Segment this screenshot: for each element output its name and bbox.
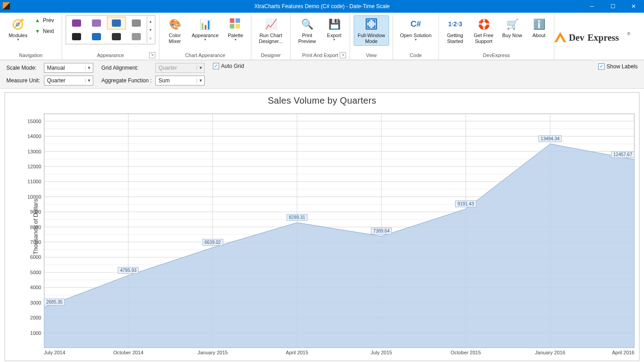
y-tick: 12000 — [27, 164, 41, 169]
export-button[interactable]: 💾 Export ▾ — [322, 15, 346, 43]
gallery-item[interactable] — [87, 17, 106, 29]
cart-icon: 🛒 — [505, 17, 519, 31]
y-tick: 7000 — [30, 239, 41, 245]
dialog-launcher-icon[interactable]: ↘ — [149, 52, 155, 58]
arrow-down-icon: ▼ — [35, 28, 40, 34]
chart-title: Sales Volume by Quarters — [5, 93, 639, 106]
devexpress-logo: DevExpress® — [554, 14, 644, 60]
x-tick: July 2014 — [44, 350, 65, 355]
data-label: 7389.64 — [371, 228, 392, 234]
next-button[interactable]: ▼ Next — [33, 26, 56, 36]
data-label: 4795.93 — [118, 267, 139, 274]
gallery-item[interactable] — [127, 17, 146, 29]
grid-alignment-label: Grid Alignment: — [101, 65, 152, 71]
svg-text:Dev: Dev — [569, 33, 585, 43]
open-solution-button[interactable]: C# Open Solution ▾ — [397, 15, 435, 43]
print-preview-button[interactable]: 🔍 Print Preview — [294, 15, 320, 46]
designer-icon: 📈 — [264, 17, 278, 31]
x-axis-ticks: July 2014October 2014January 2015April 2… — [44, 350, 634, 357]
y-axis-ticks: 1000200030004000500060007000800090001000… — [25, 114, 43, 348]
x-tick: October 2015 — [451, 350, 481, 355]
svg-text:Express: Express — [587, 33, 619, 43]
x-tick: January 2016 — [535, 350, 565, 355]
gallery-item[interactable] — [107, 17, 126, 29]
svg-rect-2 — [230, 24, 235, 29]
window-titlebar: XtraCharts Features Demo (C# code) - Dat… — [0, 0, 644, 13]
full-window-mode-button[interactable]: Full-Window Mode — [354, 15, 389, 46]
group-label-chart-appearance: Chart Appearance — [163, 52, 247, 59]
chevron-down-icon: ▼ — [197, 66, 204, 70]
export-icon: 💾 — [327, 17, 341, 31]
x-tick: April 2016 — [612, 350, 634, 355]
about-button[interactable]: ℹ️ About — [528, 15, 550, 40]
measure-unit-label: Measure Unit: — [6, 77, 40, 84]
y-tick: 6000 — [30, 254, 41, 260]
palette-icon: 🎨 — [168, 17, 182, 31]
measure-unit-combo[interactable]: Quarter▼ — [44, 76, 93, 86]
group-label-devexpress: DevExpress — [442, 52, 550, 59]
prev-button[interactable]: ▲ Prev — [33, 15, 56, 25]
svg-rect-0 — [230, 19, 235, 23]
gallery-item[interactable] — [87, 30, 106, 43]
plot-area: 2685.354795.936639.028289.317389.649191.… — [44, 114, 634, 348]
color-swatches-icon — [228, 17, 243, 31]
y-tick: 1000 — [30, 330, 41, 336]
checkbox-checked-icon: ✓ — [213, 63, 219, 69]
gallery-item[interactable] — [107, 30, 126, 43]
gallery-scroll[interactable]: ▴▾▿ — [147, 17, 154, 43]
chart-style-icon: 📊 — [198, 17, 212, 31]
gallery-item[interactable] — [67, 30, 86, 43]
get-free-support-button[interactable]: 🛟 Get Free Support — [471, 15, 497, 46]
appearance-button[interactable]: 📊 Appearance ▾ — [189, 15, 221, 43]
getting-started-button[interactable]: 1·2·3 Getting Started — [442, 15, 468, 46]
dialog-launcher-icon[interactable]: ↘ — [340, 52, 346, 58]
style-gallery[interactable]: ▴▾▿ — [66, 15, 155, 44]
x-tick: October 2014 — [113, 350, 144, 355]
scale-mode-combo[interactable]: Manual▼ — [44, 63, 93, 73]
buy-now-button[interactable]: 🛒 Buy Now — [500, 15, 525, 40]
show-labels-checkbox[interactable]: ✓ Show Labels — [598, 63, 638, 70]
aggregate-function-combo[interactable]: Sum▼ — [155, 76, 205, 86]
group-label-appearance: Appearance ↘ — [66, 52, 155, 59]
gallery-item[interactable] — [127, 30, 146, 43]
checkbox-checked-icon: ✓ — [598, 63, 605, 70]
y-tick: 4000 — [30, 285, 41, 290]
magnifier-document-icon: 🔍 — [300, 17, 314, 31]
support-icon: 🛟 — [476, 17, 491, 31]
chevron-down-icon: ▼ — [85, 78, 93, 83]
run-chart-designer-button[interactable]: 📈 Run Chart Designer... — [255, 15, 287, 46]
modules-button[interactable]: 🧭 Modules ▾ — [6, 15, 30, 43]
y-tick: 9000 — [30, 209, 41, 214]
group-label-code: Code — [397, 52, 435, 59]
chevron-down-icon: ▼ — [197, 78, 204, 83]
y-tick: 15000 — [27, 119, 41, 124]
palette-button[interactable]: Palette ▾ — [224, 15, 247, 43]
y-tick: 5000 — [30, 270, 41, 275]
color-mixer-button[interactable]: 🎨 Color Mixer — [163, 15, 187, 46]
minimize-button[interactable]: ─ — [582, 0, 602, 13]
compass-icon: 🧭 — [11, 17, 25, 31]
auto-grid-checkbox[interactable]: ✓ Auto Grid — [213, 63, 244, 69]
close-button[interactable]: ✕ — [623, 0, 644, 13]
maximize-button[interactable]: ☐ — [602, 0, 623, 13]
data-label: 12457.67 — [611, 151, 634, 158]
info-icon: ℹ️ — [532, 17, 546, 31]
group-label-designer: Designer — [255, 52, 287, 59]
group-label-print-export: Print And Export ↘ — [294, 52, 346, 59]
group-label-navigation: Navigation — [4, 52, 58, 59]
svg-text:®: ® — [627, 32, 630, 36]
123-icon: 1·2·3 — [448, 17, 462, 31]
chevron-down-icon: ▼ — [85, 66, 93, 70]
data-label: 13494.34 — [538, 135, 562, 142]
group-label-view: View — [354, 52, 389, 59]
y-tick: 14000 — [27, 133, 41, 139]
gallery-item[interactable] — [67, 17, 86, 29]
data-label: 2685.35 — [44, 299, 65, 305]
svg-rect-3 — [235, 24, 240, 29]
y-tick: 10000 — [27, 194, 41, 200]
x-tick: January 2015 — [197, 350, 228, 355]
app-icon — [3, 2, 10, 10]
x-tick: July 2015 — [371, 350, 392, 355]
csharp-icon: C# — [409, 17, 423, 31]
grid-alignment-combo: Quarter▼ — [155, 63, 205, 73]
